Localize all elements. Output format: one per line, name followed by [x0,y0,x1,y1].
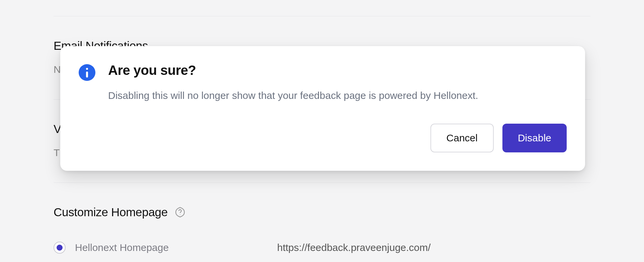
modal-title: Are you sure? [108,63,478,78]
help-icon[interactable] [174,207,186,218]
divider [54,182,590,183]
homepage-option-label: Hellonext Homepage [75,242,256,253]
confirm-modal: Are you sure? Disabling this will no lon… [60,46,585,171]
divider [54,16,590,16]
radio-selected-icon[interactable] [54,242,66,254]
section-customize-homepage: Customize Homepage Hellonext Homepage ht… [54,206,590,254]
section-title: Customize Homepage [54,206,168,219]
modal-description: Disabling this will no longer show that … [108,88,478,104]
info-icon [79,64,95,81]
svg-point-0 [180,214,180,215]
homepage-option[interactable]: Hellonext Homepage https://feedback.prav… [54,242,590,254]
homepage-url: https://feedback.praveenjuge.com/ [277,242,431,253]
disable-button[interactable]: Disable [502,124,567,152]
modal-actions: Cancel Disable [79,124,567,152]
cancel-button[interactable]: Cancel [430,124,494,152]
